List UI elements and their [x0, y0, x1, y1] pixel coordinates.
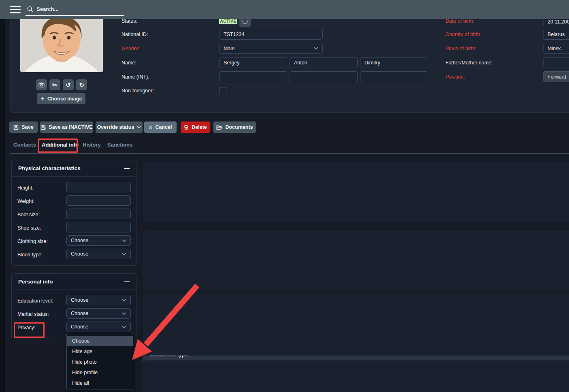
status-label: Status:	[121, 18, 137, 24]
plus-icon: +	[41, 95, 45, 102]
chevron-down-icon	[122, 312, 126, 315]
education-level-label: Education level:	[17, 298, 53, 304]
dropdown-option-hide-age[interactable]: Hide age	[67, 346, 133, 357]
dropdown-option-choose[interactable]: Choose	[67, 336, 133, 346]
blood-type-select[interactable]: Choose	[66, 249, 131, 259]
camera-icon[interactable]	[36, 79, 47, 90]
country-of-birth-label: Country of birth:	[445, 32, 482, 37]
position-input[interactable]: Forward	[543, 71, 569, 82]
rotate-left-icon[interactable]: ↺	[63, 79, 74, 90]
national-id-input[interactable]: TST1234	[219, 29, 323, 40]
boot-size-label: Boot size:	[17, 212, 40, 217]
clothing-size-select[interactable]: Choose	[66, 235, 131, 246]
app-window: ✂ ↺ ↻ + Choose image Status: National ID…	[0, 0, 569, 392]
name-label: Name:	[121, 60, 136, 66]
position-label: Position:	[445, 74, 465, 80]
blood-type-label: Blood type:	[17, 252, 43, 258]
titles-section: Titles Title type Forward	[143, 231, 569, 290]
place-of-birth-label: Place of birth:	[445, 46, 476, 51]
father-mother-input[interactable]	[543, 57, 569, 68]
chevron-down-icon	[122, 239, 126, 242]
chevron-down-icon	[137, 126, 141, 128]
name-int-middle-input[interactable]	[290, 71, 358, 82]
clothing-size-label: Clothing size:	[17, 239, 48, 244]
name-last-input[interactable]: Dimitry	[360, 57, 428, 68]
physical-panel-header: Physical characteristics	[12, 160, 136, 177]
delete-button[interactable]: Delete	[181, 121, 210, 133]
override-status-button[interactable]: Override status	[96, 121, 143, 133]
search-placeholder: Search...	[36, 6, 58, 12]
tab-history[interactable]: History	[83, 142, 101, 148]
save-icon	[40, 125, 46, 130]
collapse-icon[interactable]	[124, 168, 130, 169]
father-mother-label: Father/Mother name:	[445, 60, 493, 66]
card-icon	[243, 20, 247, 23]
name-int-last-input[interactable]	[360, 71, 428, 82]
collapsed-sidebar-strip	[0, 19, 5, 392]
height-input[interactable]	[66, 182, 131, 192]
topbar: Search...	[0, 0, 569, 19]
marital-status-select[interactable]: Choose	[66, 308, 131, 319]
collapse-icon[interactable]	[124, 281, 130, 282]
non-foreigner-label: Non-foreigner:	[121, 88, 154, 94]
chevron-down-icon	[314, 47, 318, 50]
rotate-right-icon[interactable]: ↻	[76, 79, 87, 90]
dob-label: Date of birth:	[445, 18, 475, 24]
dropdown-option-hide-all[interactable]: Hide all	[67, 378, 133, 388]
name-int-label: Name (INT):	[121, 74, 149, 80]
dropdown-option-hide-profile[interactable]: Hide profile	[67, 367, 133, 378]
languages-section: Languages Language	[143, 360, 569, 392]
privacy-select[interactable]: Choose	[66, 322, 131, 332]
personal-panel-header: Personal info	[12, 274, 136, 290]
profile-photo	[20, 15, 103, 72]
privacy-label: Privacy:	[17, 325, 35, 330]
search-input[interactable]: Search...	[26, 3, 124, 16]
weight-label: Weight:	[17, 198, 34, 204]
chevron-down-icon	[122, 326, 126, 328]
save-as-inactive-button[interactable]: Save as INACTIVE	[40, 121, 93, 133]
save-icon	[13, 125, 19, 130]
close-icon: ×	[149, 124, 153, 131]
licences-section: Licences Licence type No data found.	[143, 294, 569, 356]
hamburger-menu-icon[interactable]	[10, 6, 21, 13]
trash-icon	[183, 124, 189, 130]
folder-open-icon	[216, 125, 222, 130]
shoe-size-label: Shoe size:	[17, 225, 41, 231]
gender-label: Gender:	[121, 46, 140, 51]
tab-contacts[interactable]: Contacts	[13, 142, 36, 148]
crop-scissors-icon[interactable]: ✂	[49, 79, 60, 90]
tab-sanctions[interactable]: Sanctions	[107, 142, 132, 148]
non-foreigner-checkbox[interactable]	[219, 87, 226, 94]
marital-status-label: Marital status:	[17, 311, 49, 317]
country-of-birth-input[interactable]: Belarus	[543, 29, 569, 40]
name-first-input[interactable]: Sergey	[219, 57, 287, 68]
name-int-first-input[interactable]	[219, 71, 287, 82]
gender-select[interactable]: Male	[219, 43, 323, 54]
cancel-button[interactable]: × Cancel	[144, 121, 177, 133]
choose-image-button[interactable]: + Choose image	[37, 93, 85, 104]
national-id-label: National ID:	[121, 32, 148, 37]
shoe-size-input[interactable]	[66, 222, 131, 232]
documents-button[interactable]: Documents	[213, 121, 256, 133]
dropdown-option-hide-photo[interactable]: Hide photo	[67, 357, 133, 367]
tabs-underline	[10, 153, 569, 154]
name-middle-input[interactable]: Anton	[290, 57, 358, 68]
weight-input[interactable]	[66, 195, 131, 206]
chevron-down-icon	[122, 253, 126, 256]
search-icon	[27, 6, 33, 12]
form-divider	[437, 19, 437, 108]
place-of-birth-input[interactable]: Minsk	[543, 43, 569, 54]
identification-documents-section: Identification documents Document type P…	[143, 162, 569, 222]
boot-size-input[interactable]	[66, 209, 131, 219]
tab-additional-info[interactable]: Additional info	[42, 142, 79, 148]
privacy-dropdown-menu: Choose Hide age Hide photo Hide profile …	[66, 333, 133, 390]
education-level-select[interactable]: Choose	[66, 295, 131, 305]
save-button[interactable]: Save	[9, 121, 38, 133]
chevron-down-icon	[122, 299, 126, 302]
height-label: Height:	[17, 185, 34, 191]
